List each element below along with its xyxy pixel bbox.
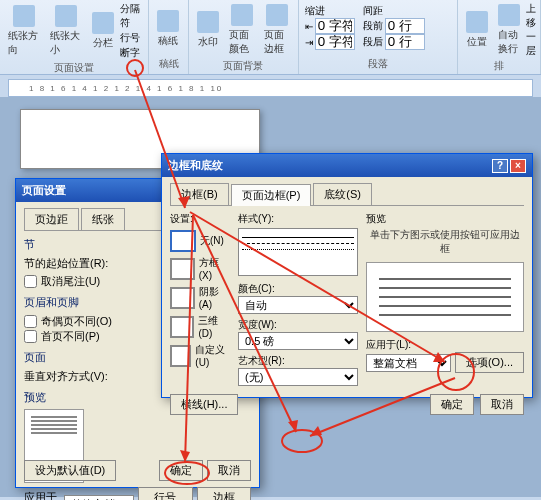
spacing-label: 间距 — [363, 4, 425, 18]
style-list[interactable] — [238, 228, 358, 276]
color-label: 颜色(C): — [238, 282, 358, 296]
line-numbers-button[interactable]: 行号 — [120, 31, 144, 45]
border-dialog: 边框和底纹 ? × 边框(B) 页面边框(P) 底纹(S) 设置: 无(N) 方… — [161, 153, 533, 398]
border-title-bar: 边框和底纹 ? × — [162, 154, 532, 177]
hyphenation-button[interactable]: 断字 — [120, 46, 144, 60]
page-setup-group-label: 页面设置 — [4, 60, 144, 76]
help-icon[interactable]: ? — [492, 159, 508, 173]
tab-margins[interactable]: 页边距 — [24, 208, 79, 230]
after-label: 段后 — [363, 35, 383, 49]
tab-paper[interactable]: 纸张 — [81, 208, 125, 230]
tab-shading[interactable]: 底纹(S) — [313, 183, 372, 205]
art-label: 艺术型(R): — [238, 354, 358, 368]
indent-right-input[interactable] — [315, 34, 355, 50]
border-cancel-button[interactable]: 取消 — [480, 394, 524, 415]
arrange-group-label: 排 — [462, 58, 536, 74]
setting-custom[interactable]: 自定义(U) — [170, 343, 230, 368]
indent-left-icon: ⇤ — [305, 21, 313, 32]
set-default-button[interactable]: 设为默认值(D) — [24, 460, 116, 481]
wrap-button[interactable]: 自动换行 — [494, 2, 524, 58]
hline-button[interactable]: 横线(H)... — [170, 394, 238, 415]
odd-even-checkbox[interactable] — [24, 315, 37, 328]
page-setup-title: 页面设置 — [22, 183, 66, 198]
indent-label: 缩进 — [305, 4, 355, 18]
apply-to-select-2[interactable]: 整篇文档 — [366, 354, 451, 372]
ruler: 1 8 1 6 1 4 1 2 1 2 1 4 1 6 1 8 1 10 — [8, 79, 533, 97]
border-title: 边框和底纹 — [168, 158, 223, 173]
background-group-label: 页面背景 — [193, 58, 294, 74]
style-label: 样式(Y): — [238, 212, 358, 226]
tab-page-border[interactable]: 页面边框(P) — [231, 184, 312, 206]
apply-to-label-2: 应用于(L): — [366, 338, 524, 352]
line-numbers-dialog-button[interactable]: 行号(N)... — [138, 487, 193, 500]
breaks-button[interactable]: 分隔符 — [120, 2, 144, 30]
apply-to-label-1: 应用于(Y): — [24, 490, 60, 500]
paper-button[interactable]: 稿纸 — [153, 2, 183, 56]
page-setup-ok-button[interactable]: 确定 — [159, 460, 203, 481]
paragraph-group-label: 段落 — [303, 56, 453, 72]
orientation-button[interactable]: 纸张方向 — [4, 2, 44, 60]
tab-border[interactable]: 边框(B) — [170, 183, 229, 205]
preview-hint: 单击下方图示或使用按钮可应用边框 — [366, 228, 524, 256]
width-select[interactable]: 0.5 磅 — [238, 332, 358, 350]
size-button[interactable]: 纸张大小 — [46, 2, 86, 60]
indent-right-icon: ⇥ — [305, 37, 313, 48]
preview-box[interactable] — [366, 262, 524, 332]
page-border-button[interactable]: 页面边框 — [260, 2, 293, 58]
suppress-endnotes-checkbox[interactable] — [24, 275, 37, 288]
section-start-label: 节的起始位置(R): — [24, 256, 108, 271]
apply-to-select-1[interactable]: 整篇文档 — [64, 495, 134, 501]
first-page-checkbox[interactable] — [24, 330, 37, 343]
paper-group-label: 稿纸 — [153, 56, 184, 72]
columns-button[interactable]: 分栏 — [88, 2, 118, 60]
width-label: 宽度(W): — [238, 318, 358, 332]
setting-shadow[interactable]: 阴影(A) — [170, 285, 230, 310]
page-setup-cancel-button[interactable]: 取消 — [207, 460, 251, 481]
setting-label: 设置: — [170, 212, 230, 226]
indent-left-input[interactable] — [315, 18, 355, 34]
spacing-before-input[interactable] — [385, 18, 425, 34]
valign-label: 垂直对齐方式(V): — [24, 369, 108, 384]
before-label: 段前 — [363, 19, 383, 33]
options-button[interactable]: 选项(O)... — [455, 352, 524, 373]
spacing-after-input[interactable] — [385, 34, 425, 50]
border-dialog-button[interactable]: 边框(B)... — [197, 487, 251, 500]
page-color-button[interactable]: 页面颜色 — [225, 2, 258, 58]
setting-3d[interactable]: 三维(D) — [170, 314, 230, 339]
art-select[interactable]: (无) — [238, 368, 358, 386]
setting-box[interactable]: 方框(X) — [170, 256, 230, 281]
watermark-button[interactable]: 水印 — [193, 2, 223, 58]
position-button[interactable]: 位置 — [462, 2, 492, 58]
border-ok-button[interactable]: 确定 — [430, 394, 474, 415]
color-select[interactable]: 自动 — [238, 296, 358, 314]
close-icon[interactable]: × — [510, 159, 526, 173]
bring-forward-button[interactable]: 上移一层 — [526, 2, 536, 58]
setting-none[interactable]: 无(N) — [170, 230, 230, 252]
ribbon: 纸张方向 纸张大小 分栏 分隔符 行号 断字 页面设置 稿纸 稿纸 水印 页面颜… — [0, 0, 541, 75]
preview-label-2: 预览 — [366, 212, 524, 226]
